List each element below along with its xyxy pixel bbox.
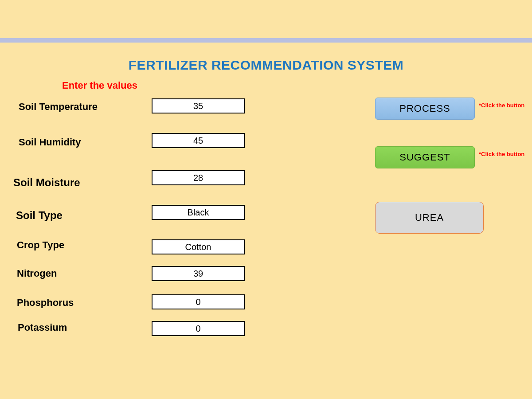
soil-type-label: Soil Type — [16, 209, 63, 222]
page-title: FERTILIZER RECOMMENDATION SYSTEM — [0, 58, 532, 73]
header-divider — [0, 38, 532, 43]
result-output: UREA — [375, 202, 484, 234]
phosphorus-input[interactable] — [152, 294, 245, 309]
soil-moisture-input[interactable] — [152, 170, 245, 185]
soil-type-input[interactable] — [152, 205, 245, 220]
crop-type-input[interactable] — [152, 239, 245, 254]
process-button[interactable]: PROCESS — [375, 98, 475, 120]
potassium-input[interactable] — [152, 321, 245, 336]
soil-moisture-label: Soil Moisture — [13, 176, 80, 189]
suggest-button[interactable]: SUGGEST — [375, 146, 475, 168]
soil-humidity-label: Soil Humidity — [19, 137, 81, 148]
phosphorus-label: Phosphorus — [17, 297, 74, 309]
nitrogen-input[interactable] — [152, 266, 245, 281]
soil-humidity-input[interactable] — [152, 133, 245, 148]
crop-type-label: Crop Type — [17, 239, 64, 251]
nitrogen-label: Nitrogen — [17, 268, 57, 279]
soil-temperature-input[interactable] — [152, 98, 245, 113]
soil-temperature-label: Soil Temperature — [19, 101, 98, 113]
process-hint: *Click the button — [479, 102, 524, 109]
page-subtitle: Enter the values — [62, 80, 137, 91]
potassium-label: Potassium — [18, 322, 67, 333]
suggest-hint: *Click the button — [479, 151, 524, 157]
